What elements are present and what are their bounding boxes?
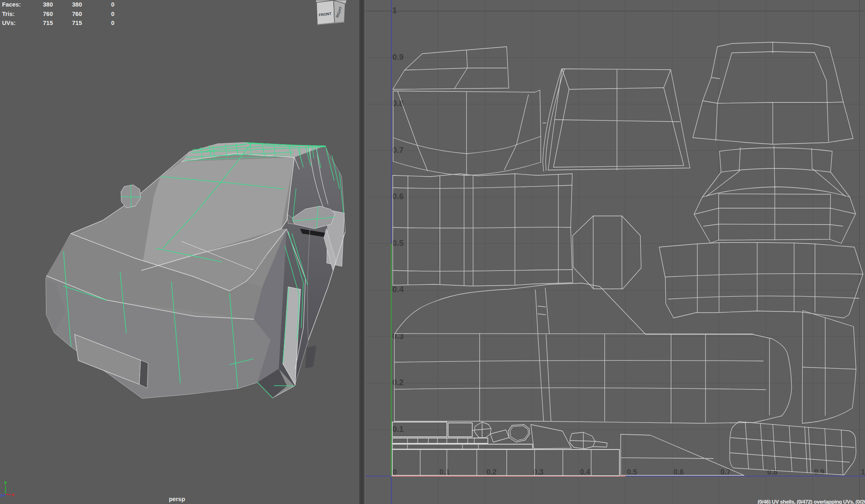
svg-text:0.8: 0.8: [767, 468, 778, 476]
svg-text:760: 760: [43, 11, 53, 17]
svg-text:(0/46) UV shells, (0/472) over: (0/46) UV shells, (0/472) overlapping UV…: [758, 499, 865, 504]
svg-text:0.2: 0.2: [392, 378, 404, 387]
svg-text:0: 0: [111, 1, 114, 8]
svg-text:x: x: [12, 492, 15, 497]
svg-text:Y: Y: [4, 481, 7, 486]
svg-text:0.7: 0.7: [392, 145, 404, 154]
svg-text:380: 380: [72, 1, 82, 8]
svg-text:0.9: 0.9: [814, 468, 824, 476]
svg-text:380: 380: [43, 1, 53, 8]
svg-text:715: 715: [43, 20, 53, 26]
svg-text:0.6: 0.6: [392, 192, 404, 201]
svg-text:0.4: 0.4: [392, 285, 404, 294]
svg-text:1: 1: [392, 6, 397, 15]
svg-text:0.2: 0.2: [486, 468, 496, 476]
svg-text:715: 715: [72, 20, 82, 26]
svg-text:0.1: 0.1: [392, 425, 404, 434]
svg-text:0.5: 0.5: [392, 238, 404, 247]
svg-text:0.6: 0.6: [674, 468, 684, 476]
svg-text:0: 0: [393, 468, 397, 476]
svg-text:persp: persp: [169, 496, 185, 502]
svg-text:0: 0: [111, 11, 114, 17]
svg-text:760: 760: [72, 11, 82, 17]
svg-text:1: 1: [861, 468, 865, 476]
svg-text:0: 0: [111, 20, 114, 26]
svg-text:0.5: 0.5: [627, 468, 637, 476]
svg-text:0.1: 0.1: [439, 468, 450, 476]
svg-text:z: z: [0, 493, 3, 497]
svg-text:UVs:: UVs:: [2, 20, 16, 26]
svg-text:0.4: 0.4: [580, 468, 590, 476]
svg-text:Tris:: Tris:: [2, 11, 15, 17]
svg-text:0.3: 0.3: [392, 331, 404, 341]
svg-text:0.9: 0.9: [392, 52, 404, 61]
svg-text:Faces:: Faces:: [2, 1, 21, 8]
